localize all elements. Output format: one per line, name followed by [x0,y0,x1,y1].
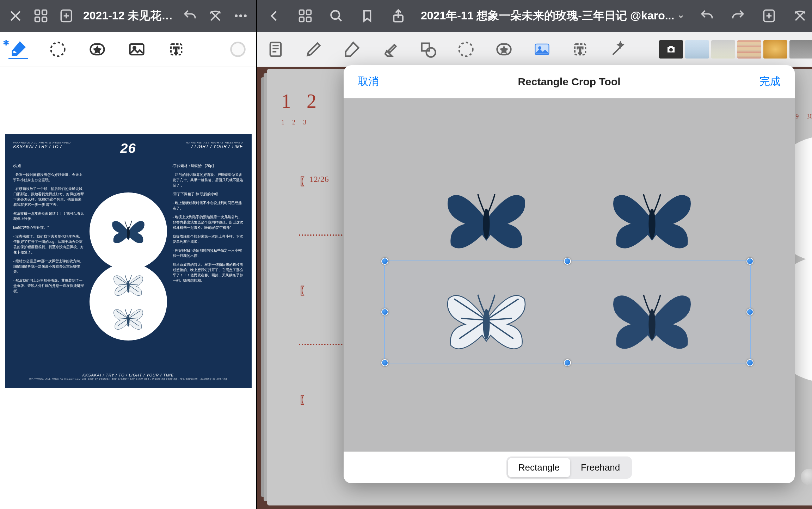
svg-text:T: T [173,45,179,55]
clear-icon[interactable] [207,7,224,24]
journal-right-column: /手账素材：蝴蝶治 【20p】 - 24号的日记就算的好喜欢。把蝴蝶型做又多发了… [173,163,243,369]
journal-number: 26 [120,141,136,156]
svg-point-7 [235,14,238,17]
left-toolbar: ✱ T [0,32,256,67]
done-button[interactable]: 完成 [759,74,781,89]
journal-footer: KKSAKAI / TRY / TO / LIGHT / YOUR / TIME [13,373,243,377]
crop-selection-rect[interactable] [384,260,751,363]
svg-text:T: T [577,45,583,55]
magic-tool[interactable] [608,39,628,59]
svg-rect-4 [35,17,40,22]
right-app-pane: 2021年-11 想象一朵未来的玫瑰-三年日记 @karo... [257,0,812,509]
crop-canvas[interactable] [344,98,795,452]
new-page-icon[interactable] [58,7,75,24]
svg-rect-2 [35,10,40,15]
thumbnail[interactable] [763,40,787,59]
warning-right: WARNING! ALL RIGHTS RESERVED [185,141,243,144]
undo-icon[interactable] [182,7,198,24]
back-icon[interactable] [266,7,283,24]
image-tool[interactable] [532,39,552,59]
left-app-pane: 2021-12 未见花 @karoline ✱ T [0,0,257,509]
journal-page: WARNING! ALL RIGHTS RESERVED KKSAKAI / T… [5,134,252,388]
page-outline-tool[interactable] [266,39,285,59]
eraser-tool[interactable] [342,39,362,59]
grid-icon[interactable] [297,7,314,24]
crop-handle-bottom-right[interactable] [746,359,753,366]
left-title[interactable]: 2021-12 未见花 @karoline [83,8,173,24]
svg-rect-17 [300,10,304,15]
thumbnail[interactable] [789,40,812,59]
highlighter-tool[interactable] [380,39,400,59]
crop-mode-segmented: Rectangle Freehand [506,456,632,479]
shapes-tool[interactable] [418,39,438,59]
svg-rect-12 [130,44,144,54]
right-title[interactable]: 2021年-11 想象一朵未来的玫瑰-三年日记 @karo... [421,8,684,24]
favorites-tool[interactable] [87,39,107,59]
image-tool[interactable] [127,39,147,59]
eraser-tool[interactable]: ✱ [8,39,28,59]
crop-handle-mid-left[interactable] [381,308,388,315]
crop-title: Rectangle Crop Tool [344,76,795,88]
undo-icon[interactable] [699,7,715,24]
bracket-icon: 〖 [299,284,309,298]
butterfly-blue-icon [416,177,557,262]
left-canvas[interactable]: WARNING! ALL RIGHTS RESERVED KKSAKAI / T… [0,67,256,509]
slogan-right: / LIGHT / YOUR / TIME [191,144,243,149]
share-icon[interactable] [390,7,407,24]
crop-mode-rectangle[interactable]: Rectangle [508,458,570,477]
crop-handle-top-mid[interactable] [564,258,571,265]
svg-rect-19 [300,17,304,22]
svg-rect-3 [42,10,47,15]
crop-handle-bottom-left[interactable] [381,359,388,366]
svg-rect-28 [422,43,430,51]
cancel-button[interactable]: 取消 [358,74,379,89]
warning-left: WARNING! ALL RIGHTS RESERVED [13,141,71,144]
color-tool[interactable] [228,39,248,59]
text-tool[interactable]: T [166,39,186,59]
svg-rect-18 [307,10,311,15]
date-label: 12/26 [309,174,329,184]
close-icon[interactable] [7,7,24,24]
slogan-left: KKSAKAI / TRY / TO / [13,144,62,149]
right-topbar: 2021年-11 想象一朵未来的玫瑰-三年日记 @karo... [257,0,812,32]
svg-point-33 [539,47,541,49]
search-icon[interactable] [328,7,345,24]
right-toolbar: T [257,32,812,67]
clear-icon[interactable] [792,7,808,24]
redo-icon[interactable] [730,7,746,24]
svg-point-8 [239,14,242,17]
lasso-tool[interactable] [456,39,476,59]
crop-header: 取消 Rectangle Crop Tool 完成 [344,65,795,98]
favorites-tool[interactable] [494,39,514,59]
new-page-icon[interactable] [761,7,777,24]
svg-point-30 [459,42,473,56]
grid-icon[interactable] [32,7,49,24]
camera-button[interactable] [659,40,683,59]
crop-handle-mid-right[interactable] [746,308,753,315]
bracket-icon: 〖 [299,174,309,189]
text-tool[interactable]: T [570,39,590,59]
thumbnail[interactable] [737,40,761,59]
bookmark-icon[interactable] [359,7,376,24]
butterfly-blue-icon [582,177,722,262]
crop-handle-bottom-mid[interactable] [564,359,571,366]
svg-point-36 [669,48,673,51]
pen-tool[interactable] [304,39,324,59]
thumbnail[interactable] [711,40,735,59]
journal-left-column: /先遣 - 最近一段时间都没有怎么好好先遣。今天上班和小姐妹去办公室玩。 - 在… [13,163,84,369]
crop-handle-top-right[interactable] [746,258,753,265]
svg-rect-5 [42,17,47,22]
journal-footer-small: WARNING! ALL RIGHTS RESERVED use only by… [13,377,243,381]
lasso-tool[interactable] [48,39,68,59]
svg-point-10 [51,42,65,56]
crop-modal: 取消 Rectangle Crop Tool 完成 [344,65,795,483]
thumbnail[interactable] [685,40,709,59]
bracket-icon: 〖 [299,393,309,407]
left-topbar: 2021-12 未见花 @karoline [0,0,256,32]
svg-rect-20 [307,17,311,22]
recent-image-strip [659,40,812,59]
crop-handle-top-left[interactable] [381,258,388,265]
crop-mode-freehand[interactable]: Freehand [570,458,630,477]
more-icon[interactable] [232,7,249,24]
page-far-numbers: 29 30 31 [792,113,812,120]
